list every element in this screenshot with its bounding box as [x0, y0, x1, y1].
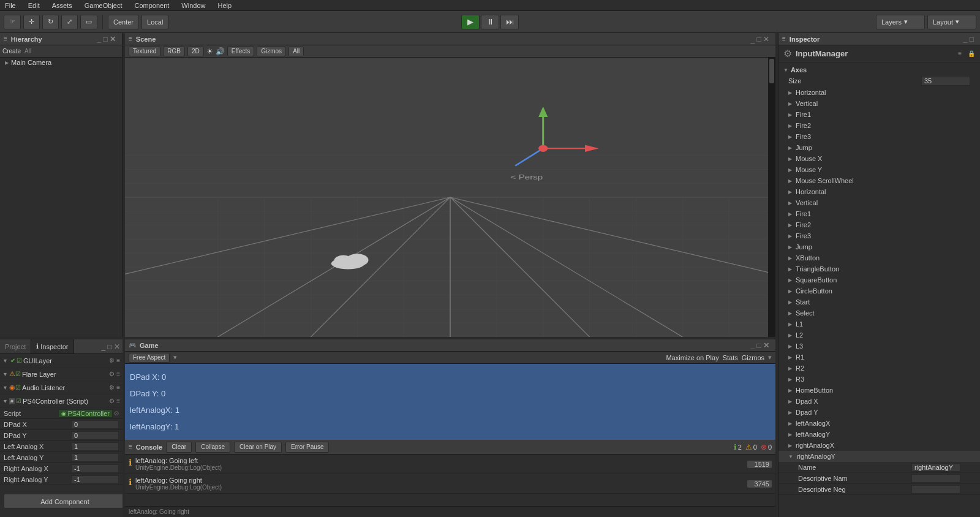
component-flarelayer[interactable]: ▼ ⚠ ☑ Flare Layer ⚙ ≡ [0, 368, 123, 381]
right-inspector-close[interactable]: _ □ [961, 35, 976, 43]
collapse-btn[interactable]: Collapse [195, 442, 230, 453]
tool-hand[interactable]: ☞ [4, 15, 21, 29]
menu-help[interactable]: Help [215, 2, 234, 9]
scene-close[interactable]: _ □ ✕ [748, 35, 772, 43]
component-audiolistener[interactable]: ▼ ◉ ☑ Audio Listener ⚙ ≡ [0, 381, 123, 394]
axis-select[interactable]: ▶ Select [778, 308, 980, 319]
axis-fire1-2[interactable]: ▶ Fire1 [778, 208, 980, 219]
axes-header[interactable]: ▼ Axes [778, 65, 980, 75]
menu-component[interactable]: Component [132, 2, 172, 9]
tool-rotate[interactable]: ↻ [42, 15, 59, 29]
field-script-value[interactable]: ◉ PS4Controller [58, 409, 113, 418]
inputmanager-lock-icon[interactable]: 🔒 [968, 50, 975, 57]
field-leftanalogx-value[interactable]: 1 [71, 442, 119, 451]
field-leftanalogy-value[interactable]: 1 [71, 453, 119, 462]
axis-fire1[interactable]: ▶ Fire1 [778, 109, 980, 120]
game-aspect-btn[interactable]: Free Aspect [129, 353, 170, 363]
transform-pivot-btn[interactable]: Local [141, 15, 168, 29]
hierarchy-item-maincamera[interactable]: ▶ Main Camera [0, 58, 122, 67]
game-gizmos-btn[interactable]: Gizmos [742, 354, 764, 361]
hierarchy-create-btn[interactable]: Create [2, 48, 21, 55]
layers-dropdown[interactable]: Layers ▾ [876, 15, 925, 29]
axis-fire2[interactable]: ▶ Fire2 [778, 120, 980, 131]
axis-l2[interactable]: ▶ L2 [778, 330, 980, 341]
axis-rightanalogx[interactable]: ▶ rightAnalogX [778, 440, 980, 451]
scene-effects-btn[interactable]: Effects [227, 47, 254, 56]
axis-l1[interactable]: ▶ L1 [778, 319, 980, 330]
axis-fire3-2[interactable]: ▶ Fire3 [778, 230, 980, 241]
axis-vertical2[interactable]: ▶ Vertical [778, 197, 980, 208]
component-guilayer[interactable]: ▼ ✔ ☑ GUILayer ⚙ ≡ [0, 354, 123, 368]
pause-button[interactable]: ⏸ [481, 15, 499, 29]
axis-start[interactable]: ▶ Start [778, 296, 980, 308]
axis-leftanalogx[interactable]: ▶ leftAnalogX [778, 418, 980, 429]
axis-vertical[interactable]: ▶ Vertical [778, 98, 980, 109]
clear-on-play-btn[interactable]: Clear on Play [234, 442, 282, 453]
step-button[interactable]: ⏭ [500, 15, 519, 29]
axis-xbutton[interactable]: ▶ XButton [778, 252, 980, 263]
ps4controller-check[interactable]: ☑ [16, 398, 21, 404]
field-rightanalogy-value[interactable]: -1 [71, 475, 119, 484]
axis-square[interactable]: ▶ SquareButton [778, 274, 980, 285]
axis-horizontal[interactable]: ▶ Horizontal [778, 87, 980, 98]
script-settings-icon[interactable]: ⊙ [114, 410, 119, 417]
scene-canvas[interactable]: < Persp [125, 58, 775, 337]
tool-scale[interactable]: ⤢ [61, 15, 78, 29]
menu-assets[interactable]: Assets [50, 2, 75, 9]
field-dpady-value[interactable]: 0 [71, 431, 119, 440]
axis-r1[interactable]: ▶ R1 [778, 352, 980, 363]
bottom-left-close[interactable]: _ □ ✕ [99, 342, 123, 351]
guilayer-check[interactable]: ✔ [10, 357, 15, 364]
axis-leftanalogy[interactable]: ▶ leftAnalogY [778, 429, 980, 440]
axis-triangle[interactable]: ▶ TriangleButton [778, 263, 980, 274]
transform-center-btn[interactable]: Center [108, 15, 139, 29]
axis-fire2-2[interactable]: ▶ Fire2 [778, 219, 980, 230]
play-button[interactable]: ▶ [461, 15, 480, 29]
error-pause-btn[interactable]: Error Pause [285, 442, 329, 453]
axis-home[interactable]: ▶ HomeButton [778, 385, 980, 396]
axis-dpadx[interactable]: ▶ Dpad X [778, 396, 980, 407]
axis-fire3[interactable]: ▶ Fire3 [778, 131, 980, 142]
project-tab[interactable]: Project [0, 339, 31, 353]
audiolistener-check[interactable]: ☑ [15, 384, 21, 391]
field-dpadx-value[interactable]: 0 [71, 420, 119, 429]
axis-horizontal2[interactable]: ▶ Horizontal [778, 186, 980, 197]
scene-scrollbar-v[interactable] [768, 58, 775, 337]
field-rightanalogx-value[interactable]: -1 [71, 464, 119, 473]
add-component-button[interactable]: Add Component [4, 494, 123, 508]
tool-rect[interactable]: ▭ [80, 15, 97, 29]
scene-mode-btn[interactable]: Textured [129, 47, 160, 56]
hierarchy-close[interactable]: _ □ ✕ [94, 35, 118, 43]
axis-jump2[interactable]: ▶ Jump [778, 241, 980, 252]
axis-dpady[interactable]: ▶ Dpad Y [778, 407, 980, 418]
axis-r2[interactable]: ▶ R2 [778, 363, 980, 374]
axis-r3[interactable]: ▶ R3 [778, 374, 980, 385]
maximize-on-play[interactable]: Maximize on Play [666, 354, 718, 361]
menu-edit[interactable]: Edit [26, 2, 42, 9]
menu-gameobject[interactable]: GameObject [82, 2, 125, 9]
scene-gizmos-btn[interactable]: Gizmos [257, 47, 286, 56]
flarelayer-check[interactable]: ☑ [15, 371, 21, 377]
guilayer-checkbox[interactable]: ☑ [17, 357, 22, 364]
axis-mousescroll[interactable]: ▶ Mouse ScrollWheel [778, 175, 980, 186]
game-close[interactable]: _ □ ✕ [748, 341, 772, 350]
console-log-1[interactable]: ℹ leftAnalog: Going right UnityEngine.De… [125, 474, 775, 494]
inspector-tab[interactable]: ℹ Inspector [31, 339, 74, 353]
scene-color-btn[interactable]: RGB [163, 47, 185, 56]
axis-rightanalogy[interactable]: ▼ rightAnalogY [778, 451, 980, 462]
axes-size-value[interactable]: 35 [921, 76, 970, 86]
menu-file[interactable]: File [2, 2, 18, 9]
axis-sub-descriptive-neg-value[interactable] [911, 485, 960, 494]
console-log-0[interactable]: ℹ leftAnalog: Going left UnityEngine.Deb… [125, 455, 775, 474]
axis-sub-descriptive-name-value[interactable] [911, 474, 960, 483]
stats-btn[interactable]: Stats [723, 354, 738, 361]
layout-dropdown[interactable]: Layout ▾ [927, 15, 976, 29]
clear-btn[interactable]: Clear [166, 442, 192, 453]
scene-2d-btn[interactable]: 2D [187, 47, 204, 56]
axis-circle[interactable]: ▶ CircleButton [778, 285, 980, 296]
scene-search-btn[interactable]: All [288, 47, 304, 56]
axis-jump[interactable]: ▶ Jump [778, 142, 980, 153]
inputmanager-menu-icon[interactable]: ≡ [958, 50, 962, 57]
axis-mousex[interactable]: ▶ Mouse X [778, 153, 980, 164]
axis-l3[interactable]: ▶ L3 [778, 341, 980, 352]
